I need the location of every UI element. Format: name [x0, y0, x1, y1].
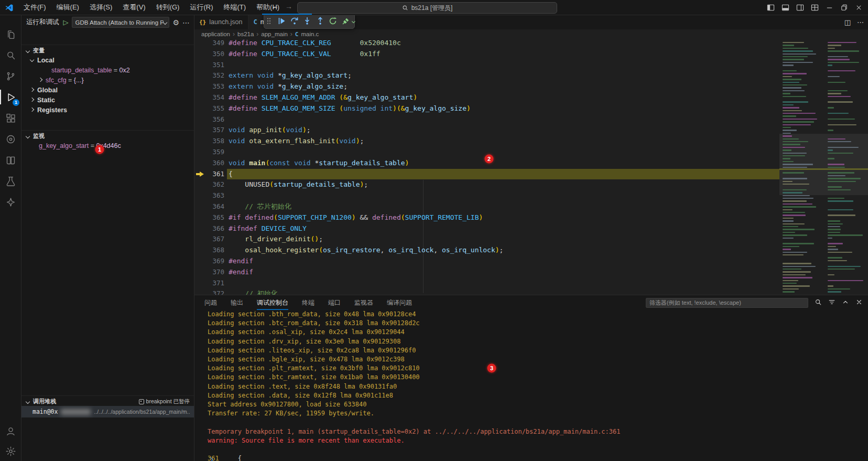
debug-console-input[interactable] [194, 455, 868, 461]
activity-item-test-icon[interactable] [0, 171, 21, 191]
panel-tab-输出[interactable]: 输出 [231, 295, 243, 310]
restart-button[interactable] [329, 16, 338, 26]
minimap[interactable] [779, 39, 868, 295]
line-number[interactable]: 364 [194, 201, 224, 212]
menu-item[interactable]: 运行(R) [185, 1, 218, 14]
minimize-icon[interactable] [822, 0, 837, 15]
menu-item[interactable]: 终端(T) [219, 1, 251, 14]
line-number[interactable]: 370 [194, 267, 224, 278]
menu-item[interactable]: 转到(G) [151, 1, 185, 14]
activity-item-explorer-icon[interactable] [0, 24, 21, 44]
menu-item[interactable]: 选择(S) [85, 1, 117, 14]
call-stack-section-header[interactable]: 调用堆栈 breakpoint 已暂停 [21, 395, 194, 407]
toggle-sidebar-icon[interactable] [763, 0, 778, 15]
breadcrumb[interactable]: application›bs21a›app_main›Cmain.c [194, 29, 868, 39]
continue-button[interactable] [277, 16, 287, 26]
menu-item[interactable]: 查看(V) [118, 1, 150, 14]
activity-item-docs-icon[interactable] [0, 150, 21, 170]
watch-section-header[interactable]: 监视 [21, 130, 194, 142]
scope-local[interactable]: Local [21, 55, 194, 65]
step-out-button[interactable] [316, 16, 325, 26]
scope-registers[interactable]: Registers [21, 105, 194, 115]
panel-tab-监视器[interactable]: 监视器 [354, 295, 373, 310]
line-number[interactable]: 349 [194, 39, 224, 49]
line-number[interactable]: 365 [194, 212, 224, 223]
line-number[interactable]: 366 [194, 223, 224, 234]
navigate-back-icon[interactable]: ← [269, 2, 281, 10]
variables-title: 变量 [33, 47, 45, 55]
scope-static[interactable]: Static [21, 95, 194, 105]
customize-layout-icon[interactable] [807, 0, 822, 15]
navigate-forward-icon[interactable]: → [283, 2, 295, 10]
activity-item-account-icon[interactable] [0, 421, 21, 441]
menu-item[interactable]: 编辑(E) [52, 1, 84, 14]
restore-icon[interactable] [837, 0, 851, 15]
breadcrumb-item[interactable]: main.c [301, 31, 319, 37]
step-into-button[interactable] [303, 16, 312, 26]
debug-count-badge: 1 [13, 99, 19, 106]
activity-item-remote-explorer-icon[interactable] [0, 129, 21, 149]
panel-tab-调试控制台[interactable]: 调试控制台 [257, 295, 288, 310]
line-number[interactable]: 371 [194, 278, 224, 289]
line-number[interactable]: 367 [194, 234, 224, 245]
chevron-down-icon[interactable] [351, 19, 355, 23]
panel-tab-问题[interactable]: 问题 [204, 295, 217, 310]
line-number[interactable]: 359 [194, 147, 224, 158]
command-center-search[interactable]: bs21a [管理员] [297, 2, 557, 14]
line-number[interactable]: 355 [194, 103, 224, 114]
search-icon[interactable] [815, 298, 822, 307]
activity-item-ai-assistant-icon[interactable] [0, 192, 21, 212]
line-number[interactable]: 372 [194, 288, 224, 295]
split-editor-icon[interactable]: ◫ [844, 18, 851, 26]
gear-icon[interactable]: ⚙ [172, 18, 179, 27]
activity-item-extensions-icon[interactable] [0, 108, 21, 128]
line-number[interactable]: 358 [194, 136, 224, 147]
more-actions-icon[interactable]: ⋯ [857, 18, 864, 26]
breadcrumb-item[interactable]: bs21a [237, 31, 254, 37]
line-number[interactable]: 356 [194, 114, 224, 125]
line-number[interactable]: 353 [194, 81, 224, 92]
scope-global[interactable]: Global [21, 85, 194, 95]
more-actions-icon[interactable]: ⋯ [182, 18, 190, 27]
filter-list-icon[interactable] [828, 298, 836, 307]
panel-tab-端口[interactable]: 端口 [328, 295, 341, 310]
activity-item-run-and-debug-icon[interactable]: 1 [0, 87, 21, 107]
activity-item-search-icon[interactable] [0, 45, 21, 65]
close-panel-icon[interactable] [855, 298, 863, 307]
line-number[interactable]: 360 [194, 158, 224, 169]
breadcrumb-item[interactable]: application [201, 31, 230, 37]
code-line-355: 355#define SLEM_ALGO_MEM_SIZE (unsigned … [194, 103, 779, 114]
line-number[interactable]: 363 [194, 190, 224, 201]
line-number[interactable]: 350 [194, 49, 224, 60]
close-icon[interactable] [851, 0, 866, 15]
code-editor[interactable]: 349#define CPU_TRACE_CLK_REG 0x5200410c3… [194, 39, 779, 295]
editor-tab-launch.json[interactable]: {}launch.json [194, 15, 248, 29]
toggle-panel-icon[interactable] [778, 0, 793, 15]
panel-tab-编译问题[interactable]: 编译问题 [387, 295, 412, 310]
start-debug-button[interactable]: ▷ [63, 18, 69, 26]
step-over-button[interactable] [290, 16, 299, 26]
debug-config-select[interactable]: GDB Attach (Attach to Running Pro( [72, 17, 170, 28]
panel-tab-终端[interactable]: 终端 [302, 295, 314, 310]
variable-row[interactable]: startup_details_table = 0x2 [21, 65, 194, 75]
activity-item-settings-icon[interactable] [0, 441, 21, 461]
line-number[interactable]: 352 [194, 70, 224, 81]
watch-expression-row[interactable]: g_key_algo_start = 0x4d46c [21, 141, 194, 151]
console-filter-input[interactable]: 筛选器(例如 text, !exclude, \escape) [646, 298, 808, 308]
activity-item-source-control-icon[interactable] [0, 66, 21, 86]
breadcrumb-item[interactable]: app_main [261, 31, 288, 37]
disconnect-button[interactable] [341, 16, 351, 26]
line-number[interactable]: 368 [194, 245, 224, 256]
menu-item[interactable]: 文件(F) [19, 1, 51, 14]
line-number[interactable]: 362 [194, 179, 224, 190]
variables-section-header[interactable]: 变量 [21, 45, 194, 56]
line-number[interactable]: 351 [194, 60, 224, 71]
stack-frame-row[interactable]: main@0x ../../../../application/bs21a/ap… [21, 406, 194, 417]
variable-row[interactable]: sfc_cfg = {...} [21, 75, 194, 85]
line-number[interactable]: 357 [194, 125, 224, 136]
chevron-up-icon[interactable] [842, 298, 849, 307]
line-number[interactable]: 369 [194, 256, 224, 267]
json-file-icon: {} [199, 19, 206, 26]
line-number[interactable]: 354 [194, 92, 224, 103]
toggle-secondary-sidebar-icon[interactable] [793, 0, 807, 15]
